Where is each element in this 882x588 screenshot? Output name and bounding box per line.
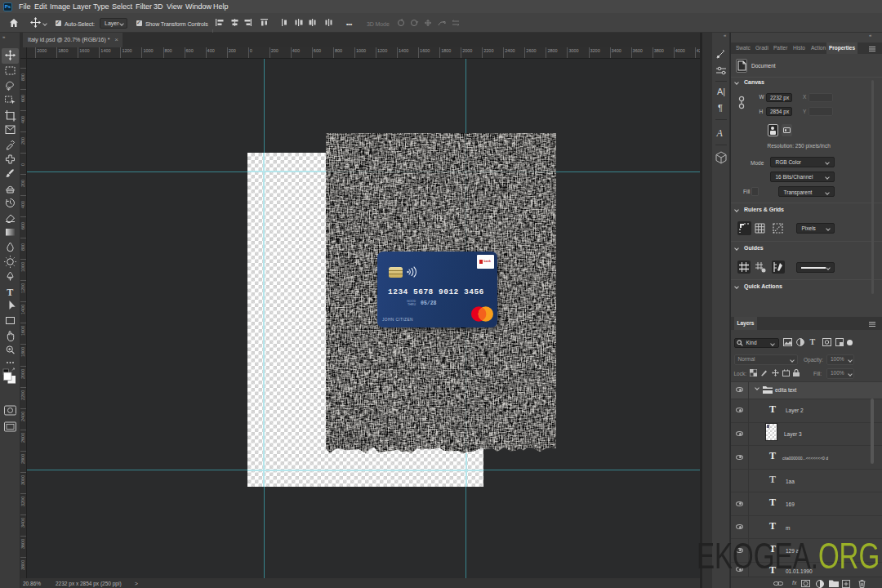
svg-text:A: A	[716, 127, 724, 139]
svg-text:A|: A|	[717, 87, 725, 96]
svg-text:T: T	[7, 287, 13, 298]
svg-text:¶: ¶	[718, 103, 723, 113]
